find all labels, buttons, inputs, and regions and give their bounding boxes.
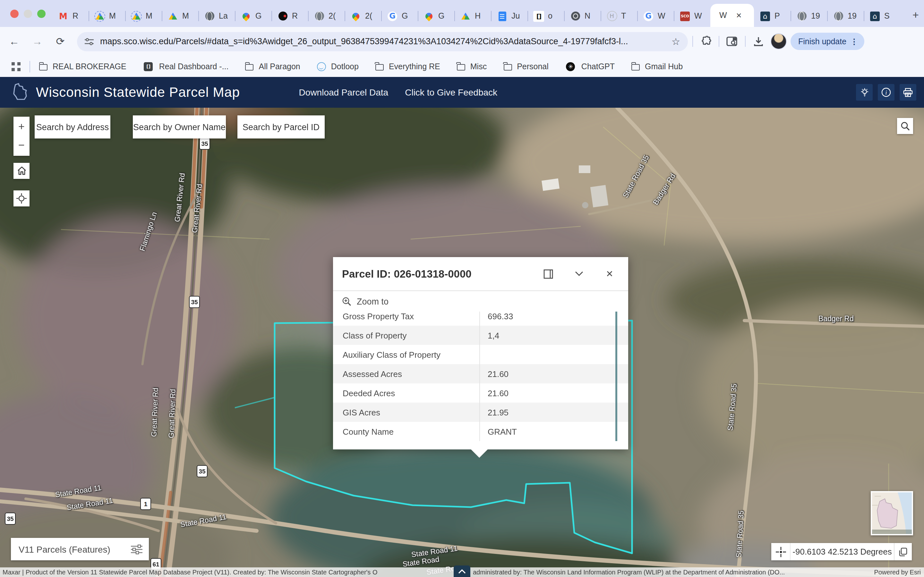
close-window-button[interactable] xyxy=(10,9,19,18)
map-canvas[interactable]: Flamingo LnGreat River RdGreat River RdG… xyxy=(0,108,924,577)
browser-tab[interactable]: La ✕ xyxy=(198,5,235,27)
dock-popup-icon[interactable] xyxy=(538,264,557,284)
bookmark-item[interactable]: Dotloop xyxy=(317,62,359,71)
download-parcel-data-link[interactable]: Download Parcel Data xyxy=(299,87,389,97)
bookmark-item[interactable]: Misc xyxy=(457,62,487,71)
bookmark-icon xyxy=(143,61,154,72)
search-by-owner-name-button[interactable]: Search by Owner Name xyxy=(133,115,226,139)
side-search-icon[interactable] xyxy=(724,33,740,50)
profile-avatar[interactable] xyxy=(771,33,787,49)
browser-tab[interactable]: W ✕ xyxy=(637,5,674,27)
zoom-to-label: Zoom to xyxy=(357,297,389,306)
bookmark-icon xyxy=(246,64,254,70)
browser-tab[interactable]: G ✕ xyxy=(418,5,454,27)
bookmark-list: REAL BROKERAGE Real Dashboard -... All P… xyxy=(39,61,699,72)
browser-tab[interactable]: N ✕ xyxy=(564,5,601,27)
browser-tab[interactable]: R ✕ xyxy=(271,5,308,27)
locate-me-button[interactable] xyxy=(13,190,29,206)
close-popup-icon[interactable]: ✕ xyxy=(600,264,619,284)
zoom-to-magnifier-icon xyxy=(342,297,352,306)
browser-tab[interactable]: T ✕ xyxy=(601,5,637,27)
minimize-window-button[interactable] xyxy=(24,9,32,18)
svg-text:i: i xyxy=(885,89,887,96)
extensions-puzzle-icon[interactable] xyxy=(698,33,714,50)
attribute-value: GRANT xyxy=(480,427,517,436)
tab-title: M xyxy=(145,11,152,21)
home-extent-button[interactable] xyxy=(13,163,29,179)
map-search-button[interactable] xyxy=(897,118,913,134)
tab-favicon xyxy=(570,11,581,21)
zoom-out-button[interactable]: − xyxy=(18,139,25,152)
attribution-text-left: Maxar | Product of the Version 11 Statew… xyxy=(3,568,452,575)
tab-title: 2( xyxy=(328,11,336,21)
zoom-to-action[interactable]: Zoom to xyxy=(333,290,628,311)
bookmark-item[interactable]: Personal xyxy=(503,62,549,71)
tab-title: La xyxy=(219,11,228,21)
browser-tab[interactable]: P ✕ xyxy=(754,5,790,27)
browser-tab[interactable]: 19 ✕ xyxy=(827,5,864,27)
url-text[interactable]: maps.sco.wisc.edu/Parcels/#data_s=id%3Aw… xyxy=(100,37,665,46)
bookmark-item[interactable]: All Paragon xyxy=(246,62,300,71)
bookmark-star-icon[interactable]: ☆ xyxy=(672,35,680,47)
browser-tab[interactable]: o ✕ xyxy=(527,5,564,27)
bookmark-item[interactable]: Real Dashboard -... xyxy=(143,61,229,72)
browser-tab[interactable]: W ✕ xyxy=(674,5,710,27)
reload-icon[interactable]: ⟳ xyxy=(51,32,69,50)
bookmark-label: REAL BROKERAGE xyxy=(53,62,126,71)
layer-widget-title: V11 Parcels (Features) xyxy=(19,544,131,554)
collapse-popup-icon[interactable] xyxy=(569,264,588,284)
browser-tab[interactable]: 19 ✕ xyxy=(790,5,827,27)
layer-filter-sliders-icon[interactable] xyxy=(131,544,142,554)
print-icon[interactable] xyxy=(900,84,916,101)
popup-header: Parcel ID: 026-01318-0000 ✕ xyxy=(333,257,628,290)
browser-tab[interactable]: H ✕ xyxy=(454,5,491,27)
bookmark-item[interactable]: REAL BROKERAGE xyxy=(39,62,126,71)
wisconsin-logo xyxy=(11,83,28,102)
browser-tab[interactable]: M ✕ xyxy=(89,5,125,27)
page-title: Wisconsin Statewide Parcel Map xyxy=(36,85,240,100)
zoom-window-button[interactable] xyxy=(37,9,45,18)
attribution-collapse-button[interactable] xyxy=(454,566,470,577)
close-tab-icon[interactable]: ✕ xyxy=(736,11,742,19)
browser-tab[interactable]: Ju ✕ xyxy=(491,5,527,27)
search-by-address-button[interactable]: Search by Address xyxy=(35,115,110,139)
site-controls-icon[interactable] xyxy=(85,37,94,45)
tab-title: 19 xyxy=(848,11,857,21)
tab-favicon xyxy=(833,11,844,21)
tab-favicon xyxy=(351,11,361,21)
tips-lightbulb-icon[interactable] xyxy=(856,84,873,101)
browser-tab[interactable]: M ✕ xyxy=(125,5,162,27)
address-bar[interactable]: maps.sco.wisc.edu/Parcels/#data_s=id%3Aw… xyxy=(77,32,688,51)
bookmark-item[interactable]: Everything RE xyxy=(375,62,440,71)
browser-tab[interactable]: M ✕ xyxy=(162,5,198,27)
bookmark-item[interactable]: ChatGPT xyxy=(565,61,615,72)
browser-tab[interactable]: 2( ✕ xyxy=(308,5,344,27)
new-tab-button[interactable]: + xyxy=(907,7,924,24)
tab-title: 19 xyxy=(811,11,820,21)
downloads-icon[interactable] xyxy=(750,33,767,50)
attribute-table: Gross Property Tax 696.33 Class of Prope… xyxy=(333,311,628,441)
browser-tab[interactable]: S ✕ xyxy=(864,5,900,27)
info-icon[interactable]: i xyxy=(878,84,895,101)
zoom-in-button[interactable]: + xyxy=(18,121,25,133)
browser-tab[interactable]: G ✕ xyxy=(381,5,418,27)
popup-scrollbar[interactable] xyxy=(615,311,617,441)
back-icon[interactable]: ← xyxy=(5,32,23,50)
copy-coordinates-icon[interactable] xyxy=(895,543,912,560)
browser-tab[interactable]: R ✕ xyxy=(52,5,89,27)
search-by-parcel-id-button[interactable]: Search by Parcel ID xyxy=(237,115,325,139)
tab-list: R ✕ M ✕ M ✕ M ✕ La ✕ xyxy=(52,0,903,27)
crosshair-icon[interactable] xyxy=(771,543,790,560)
browser-tab[interactable]: G ✕ xyxy=(235,5,271,27)
tab-title: M xyxy=(109,11,116,21)
forward-icon[interactable]: → xyxy=(28,32,46,50)
tab-title: R xyxy=(292,11,298,21)
overview-inset-map[interactable] xyxy=(871,491,913,535)
apps-grid-icon[interactable] xyxy=(11,62,21,71)
give-feedback-link[interactable]: Click to Give Feedback xyxy=(405,87,497,97)
chrome-menu-icon[interactable]: ⋮ xyxy=(850,37,858,46)
finish-update-button[interactable]: Finish update ⋮ xyxy=(790,33,864,50)
browser-tab[interactable]: W ✕ xyxy=(710,4,754,27)
browser-tab[interactable]: 2( ✕ xyxy=(344,5,381,27)
bookmark-item[interactable]: Gmail Hub xyxy=(632,62,683,71)
